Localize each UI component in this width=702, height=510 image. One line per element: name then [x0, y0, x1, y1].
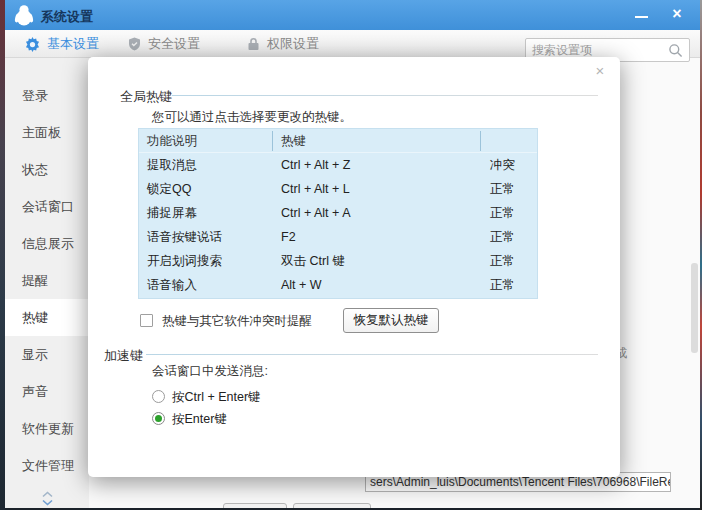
status-badge: 正常 [481, 181, 537, 198]
hotkey-row-push-to-talk[interactable]: 语音按键说话 F2 正常 [139, 225, 537, 249]
dialog-close-icon[interactable]: × [590, 61, 610, 81]
sidebar-item-main-panel[interactable]: 主面板 [5, 114, 89, 151]
hotkey-row-word-search[interactable]: 开启划词搜索 双击 Ctrl 键 正常 [139, 249, 537, 273]
sidebar-item-session-window[interactable]: 会话窗口 [5, 188, 89, 225]
sidebar-item-display[interactable]: 显示 [5, 336, 89, 373]
radio-enter[interactable] [152, 412, 165, 425]
header-hotkey: 热键 [273, 131, 481, 151]
tab-label: 权限设置 [267, 35, 319, 53]
hotkey-hint-text: 您可以通过点击选择要更改的热键。 [152, 109, 352, 126]
close-button[interactable]: × [662, 0, 692, 30]
sidebar-item-info-display[interactable]: 信息展示 [5, 225, 89, 262]
sidebar-item-software-update[interactable]: 软件更新 [5, 410, 89, 447]
hotkey-row-extract-message[interactable]: 提取消息 Ctrl + Alt + Z 冲突 [139, 153, 537, 177]
status-badge: 正常 [481, 205, 537, 222]
send-message-prompt: 会话窗口中发送消息: [152, 363, 268, 380]
radio-enter-label: 按Enter键 [172, 411, 227, 428]
hotkey-row-voice-input[interactable]: 语音输入 Alt + W 正常 [139, 273, 537, 297]
sidebar-item-hotkeys[interactable]: 热键 [5, 299, 89, 336]
section-divider [172, 95, 598, 96]
hotkey-table-header: 功能说明 热键 [139, 129, 537, 153]
sidebar-item-sound[interactable]: 声音 [5, 373, 89, 410]
titlebar: 系统设置 × [5, 0, 700, 30]
radio-ctrl-enter-label: 按Ctrl + Enter键 [172, 389, 261, 406]
cutoff-button-2[interactable] [293, 503, 371, 508]
accelerator-section-title: 加速键 [104, 347, 143, 365]
sidebar-item-status[interactable]: 状态 [5, 151, 89, 188]
radio-ctrl-enter[interactable] [152, 390, 165, 403]
sidebar: 登录 主面板 状态 会话窗口 信息展示 提醒 热键 显示 声音 软件更新 文件管… [5, 58, 89, 508]
hotkey-table: 功能说明 热键 提取消息 Ctrl + Alt + Z 冲突 锁定QQ Ctrl… [138, 128, 538, 299]
lock-icon [247, 37, 260, 51]
tab-basic-settings[interactable]: 基本设置 [25, 30, 99, 58]
hotkey-row-screen-capture[interactable]: 捕捉屏幕 Ctrl + Alt + A 正常 [139, 201, 537, 225]
header-function: 功能说明 [139, 131, 273, 151]
section-divider [146, 354, 598, 355]
status-badge: 冲突 [481, 157, 537, 174]
search-placeholder: 搜索设置项 [532, 42, 668, 59]
tab-permission-settings[interactable]: 权限设置 [247, 30, 319, 58]
minimize-icon [635, 16, 648, 18]
screen: 系统设置 × 基本设置 安全设置 [0, 0, 702, 510]
gear-icon [25, 37, 40, 52]
sidebar-item-login[interactable]: 登录 [5, 77, 89, 114]
status-badge: 正常 [481, 277, 537, 294]
window-title: 系统设置 [41, 8, 93, 26]
tab-security-settings[interactable]: 安全设置 [128, 30, 200, 58]
shield-icon [128, 37, 141, 51]
restore-defaults-button[interactable]: 恢复默认热键 [343, 308, 439, 333]
status-badge: 正常 [481, 253, 537, 270]
hotkey-dialog: × 全局热键 您可以通过点击选择要更改的热键。 功能说明 热键 提取消息 Ctr… [88, 57, 620, 477]
tab-label: 基本设置 [47, 35, 99, 53]
conflict-reminder-checkbox[interactable] [140, 314, 153, 327]
minimize-button[interactable] [626, 0, 656, 30]
sidebar-item-file-management[interactable]: 文件管理 [5, 447, 89, 484]
page-scrollbar-thumb[interactable] [691, 263, 698, 353]
global-hotkeys-section-title: 全局热键 [120, 88, 172, 106]
scroll-down-arrow[interactable] [5, 498, 89, 506]
tab-label: 安全设置 [148, 35, 200, 53]
cutoff-button-1[interactable] [223, 503, 287, 508]
status-badge: 正常 [481, 229, 537, 246]
sidebar-item-reminder[interactable]: 提醒 [5, 262, 89, 299]
scroll-up-arrow[interactable] [5, 490, 89, 498]
sidebar-scroll-arrows [5, 490, 89, 506]
search-icon [668, 43, 683, 58]
settings-window: 系统设置 × 基本设置 安全设置 [5, 0, 700, 508]
hotkey-row-lock-qq[interactable]: 锁定QQ Ctrl + Alt + L 正常 [139, 177, 537, 201]
qq-penguin-icon [14, 4, 34, 26]
conflict-reminder-label: 热键与其它软件冲突时提醒 [162, 313, 312, 330]
